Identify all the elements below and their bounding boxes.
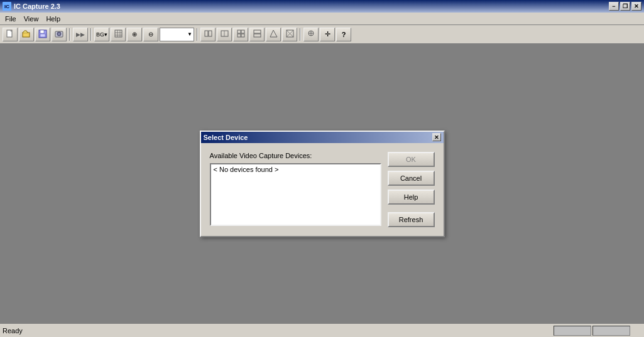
svg-rect-13 [205, 31, 208, 36]
title-bar-left: IC IC Capture 2.3 [3, 2, 60, 11]
grid-icon [114, 29, 123, 39]
toolbar-separator-4 [300, 28, 301, 41]
select-device-dialog: Select Device ✕ Available Video Capture … [200, 131, 445, 237]
svg-rect-8 [115, 30, 122, 37]
device-listbox[interactable]: < No devices found > [210, 163, 381, 226]
svg-rect-20 [241, 34, 244, 37]
dialog-close-button[interactable]: ✕ [432, 133, 441, 141]
dialog-content: Available Video Capture Devices: < No de… [201, 143, 444, 236]
save-button[interactable] [35, 28, 50, 41]
cursor-icon: ✛ [325, 30, 330, 38]
svg-rect-19 [237, 34, 241, 37]
menu-view[interactable]: View [20, 14, 43, 24]
status-bar: Ready [0, 323, 644, 337]
dropdown-arrow-icon: ▼ [187, 31, 192, 37]
capture4-button[interactable] [249, 28, 265, 41]
zoom-in-icon: ⊕ [132, 31, 137, 38]
toolbar-separator-3 [197, 28, 198, 41]
svg-rect-15 [221, 31, 228, 36]
svg-rect-17 [237, 30, 241, 33]
capture2-icon [221, 29, 229, 39]
open-button[interactable] [19, 28, 34, 41]
restore-button[interactable]: ❐ [620, 2, 630, 11]
app-icon: IC [3, 2, 11, 11]
no-devices-text: < No devices found > [214, 166, 279, 173]
capture6-button[interactable] [282, 28, 297, 41]
record-icon: ▶▶ [76, 31, 85, 38]
grid-button[interactable] [111, 28, 126, 41]
ok-button[interactable]: OK [388, 152, 435, 167]
svg-rect-4 [40, 30, 44, 33]
status-box-2 [592, 326, 630, 336]
minimize-button[interactable]: − [609, 2, 619, 11]
svg-rect-18 [241, 30, 244, 33]
open-icon [22, 29, 31, 40]
zoom-out-button[interactable]: ⊖ [143, 28, 158, 41]
snapshot-button[interactable] [52, 28, 67, 41]
help-toolbar-button[interactable]: ? [336, 28, 351, 41]
svg-marker-23 [270, 30, 277, 37]
capture2-button[interactable] [217, 28, 232, 41]
dialog-left-panel: Available Video Capture Devices: < No de… [210, 152, 381, 227]
capture3-icon [237, 29, 245, 39]
trigger-icon [307, 29, 315, 39]
svg-rect-21 [254, 30, 261, 33]
app-icon-text: IC [4, 4, 9, 9]
svg-rect-22 [254, 34, 261, 37]
capture5-icon [270, 29, 278, 39]
dialog-right-panel: OK Cancel Help Refresh [388, 152, 435, 227]
device-list-label: Available Video Capture Devices: [210, 152, 381, 159]
capture1-icon [204, 29, 212, 39]
svg-rect-5 [40, 34, 45, 37]
main-area: Select Device ✕ Available Video Capture … [0, 44, 644, 323]
dialog-overlay: Select Device ✕ Available Video Capture … [0, 44, 644, 323]
snapshot-icon [55, 29, 63, 40]
status-indicators [554, 326, 630, 336]
svg-rect-14 [209, 31, 212, 36]
bg-icon: BG▾ [96, 31, 107, 38]
status-box-1 [554, 326, 591, 336]
record-button[interactable]: ▶▶ [73, 28, 88, 41]
capture3-button[interactable] [233, 28, 248, 41]
title-bar: IC IC Capture 2.3 − ❐ ✕ [0, 0, 644, 13]
toolbar: ▶▶ BG▾ ⊕ ⊖ ▼ [0, 25, 644, 44]
menu-file[interactable]: File [1, 14, 20, 24]
capture4-icon [253, 29, 261, 39]
zoom-out-icon: ⊖ [148, 31, 153, 38]
cursor-button[interactable]: ✛ [320, 28, 335, 41]
app-title: IC Capture 2.3 [14, 3, 60, 10]
new-button[interactable] [3, 28, 18, 41]
dialog-title-bar: Select Device ✕ [201, 132, 444, 143]
menu-bar: File View Help [0, 13, 644, 25]
capture5-button[interactable] [266, 28, 281, 41]
dialog-title: Select Device [204, 134, 248, 141]
cancel-button[interactable]: Cancel [388, 171, 435, 186]
menu-help[interactable]: Help [42, 14, 64, 24]
status-text: Ready [3, 327, 554, 334]
capture1-button[interactable] [200, 28, 216, 41]
bg-button[interactable]: BG▾ [94, 28, 109, 41]
capture6-icon [286, 29, 294, 39]
new-icon [6, 29, 14, 40]
help-dialog-button[interactable]: Help [388, 190, 435, 205]
toolbar-separator-1 [69, 28, 70, 41]
title-bar-buttons: − ❐ ✕ [609, 2, 641, 11]
close-button[interactable]: ✕ [631, 2, 641, 11]
svg-rect-2 [23, 33, 30, 37]
format-dropdown[interactable]: ▼ [160, 28, 194, 41]
svg-point-7 [57, 32, 61, 36]
help-icon: ? [342, 31, 346, 38]
refresh-button[interactable]: Refresh [388, 212, 435, 227]
zoom-in-button[interactable]: ⊕ [127, 28, 142, 41]
trigger-button[interactable] [303, 28, 319, 41]
save-icon [38, 29, 47, 40]
toolbar-separator-2 [90, 28, 92, 41]
